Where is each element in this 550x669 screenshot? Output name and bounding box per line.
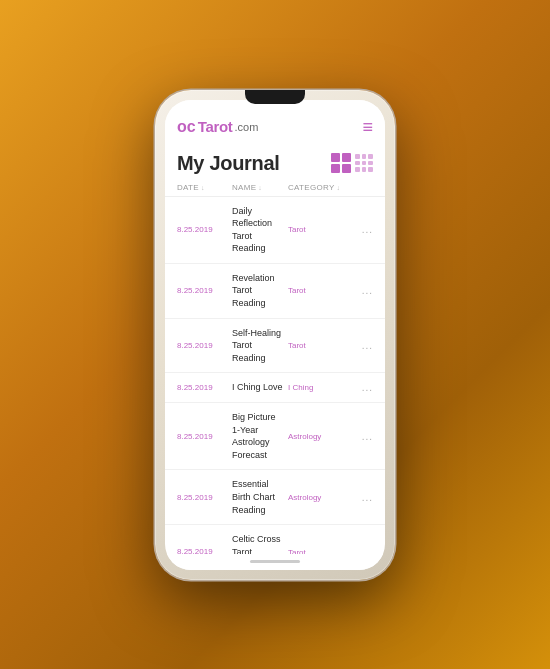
page-title-area: My Journal xyxy=(165,144,385,181)
entry-category: Astrology xyxy=(288,432,353,441)
entry-menu-button[interactable]: ... xyxy=(353,224,373,235)
view-toggle xyxy=(331,153,373,173)
col-header-category[interactable]: CATEGORY ↓ xyxy=(288,183,353,192)
phone-screen: oc Tarot .com ≡ My Journal xyxy=(165,100,385,570)
home-bar xyxy=(250,560,300,563)
entry-category: Astrology xyxy=(288,493,353,502)
entry-category: I Ching xyxy=(288,383,353,392)
entry-menu-button[interactable]: ... xyxy=(353,340,373,351)
logo-symbol: oc xyxy=(177,118,196,136)
phone-device: oc Tarot .com ≡ My Journal xyxy=(155,90,395,580)
entry-date: 8.25.2019 xyxy=(177,340,232,351)
table-row[interactable]: 8.25.2019 Daily Reflection Tarot Reading… xyxy=(165,197,385,264)
table-row[interactable]: 8.25.2019 Self-Healing Tarot Reading Tar… xyxy=(165,319,385,374)
col-header-name[interactable]: NAME ↓ xyxy=(232,183,288,192)
entry-name: Essential Birth Chart Reading xyxy=(232,478,288,516)
entry-name: Big Picture 1-Year Astrology Forecast xyxy=(232,411,288,461)
page-title: My Journal xyxy=(177,152,280,175)
table-row[interactable]: 8.25.2019 I Ching Love I Ching ... xyxy=(165,373,385,403)
table-row[interactable]: 8.25.2019 Essential Birth Chart Reading … xyxy=(165,470,385,525)
col-header-actions xyxy=(353,183,373,192)
entry-date: 8.25.2019 xyxy=(177,382,232,393)
table-row[interactable]: 8.25.2019 Celtic Cross Tarot Reading Tar… xyxy=(165,525,385,553)
logo-tarot-text: Tarot xyxy=(198,118,233,135)
table-row[interactable]: 8.25.2019 Revelation Tarot Reading Tarot… xyxy=(165,264,385,319)
entry-menu-button[interactable]: ... xyxy=(353,431,373,442)
col-header-date[interactable]: DATE ↓ xyxy=(177,183,232,192)
entry-category: Tarot xyxy=(288,225,353,234)
entry-name: Revelation Tarot Reading xyxy=(232,272,288,310)
entry-name: Celtic Cross Tarot Reading xyxy=(232,533,288,553)
entry-date: 8.25.2019 xyxy=(177,492,232,503)
grid-view-button[interactable] xyxy=(355,154,373,172)
column-headers: DATE ↓ NAME ↓ CATEGORY ↓ xyxy=(165,181,385,197)
hamburger-menu-icon[interactable]: ≡ xyxy=(362,118,373,136)
entry-date: 8.25.2019 xyxy=(177,546,232,553)
entry-category: Tarot xyxy=(288,341,353,350)
entry-menu-button[interactable]: ... xyxy=(353,492,373,503)
name-sort-icon: ↓ xyxy=(258,184,262,191)
entry-name: I Ching Love xyxy=(232,381,288,394)
entry-category: Tarot xyxy=(288,286,353,295)
entry-date: 8.25.2019 xyxy=(177,285,232,296)
entry-menu-button[interactable]: ... xyxy=(353,285,373,296)
date-sort-icon: ↓ xyxy=(201,184,205,191)
entry-name: Self-Healing Tarot Reading xyxy=(232,327,288,365)
home-indicator xyxy=(165,554,385,570)
entry-menu-button[interactable]: ... xyxy=(353,547,373,554)
entry-menu-button[interactable]: ... xyxy=(353,382,373,393)
category-sort-icon: ↓ xyxy=(337,184,341,191)
entry-date: 8.25.2019 xyxy=(177,431,232,442)
entry-date: 8.25.2019 xyxy=(177,224,232,235)
nav-bar: oc Tarot .com ≡ xyxy=(165,100,385,144)
logo[interactable]: oc Tarot .com xyxy=(177,118,258,136)
entry-name: Daily Reflection Tarot Reading xyxy=(232,205,288,255)
entries-list: 8.25.2019 Daily Reflection Tarot Reading… xyxy=(165,197,385,554)
table-row[interactable]: 8.25.2019 Big Picture 1-Year Astrology F… xyxy=(165,403,385,470)
logo-dotcom: .com xyxy=(235,121,259,133)
phone-notch xyxy=(245,90,305,104)
list-view-button[interactable] xyxy=(331,153,351,173)
